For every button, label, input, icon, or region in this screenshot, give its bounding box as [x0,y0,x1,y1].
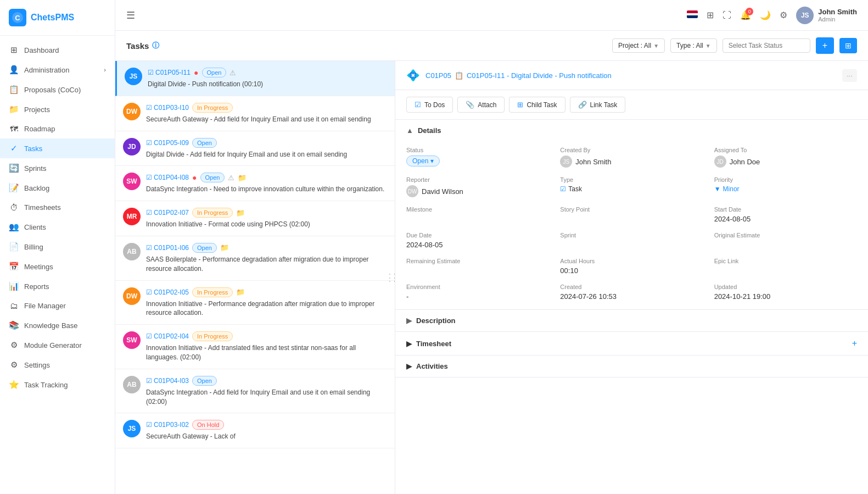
sidebar-item-clients[interactable]: 👥 Clients [0,217,115,237]
task-checkbox-icon: ☑ [146,104,152,112]
flag-icon[interactable] [687,10,698,20]
status-label: Status [406,147,549,153]
user-name: John Smith [818,8,857,16]
task-list-item[interactable]: SW ☑ C01P04-I08 ● Open ⚠📁 DataSync Integ… [115,166,395,201]
timesheet-section-header[interactable]: ▶ Timesheet + [395,332,868,355]
task-content: ☑ C01P04-I08 ● Open ⚠📁 DataSync Integrat… [146,173,387,194]
priority-name: Minor [723,185,740,193]
sidebar-item-knowledgebase[interactable]: 📚 Knowledge Base [0,315,115,335]
task-alert-dot: ● [194,68,198,77]
nav-icon-timesheets: ⏱ [9,203,19,212]
nav-icon-billing: 📄 [9,242,19,252]
type-filter[interactable]: Type : All ▼ [670,38,717,53]
status-badge[interactable]: Open ▾ [406,156,440,166]
logo-text: ChetsPMS [31,13,74,23]
task-header: ☑ C01P04-I08 ● Open ⚠📁 [146,173,387,182]
panel-resize-handle[interactable]: ⋮ [390,267,395,288]
task-list-item[interactable]: MR ☑ C01P02-I07 In Progress 📁 Innovation… [115,201,395,236]
created-value: 2024-07-26 10:53 [560,292,703,301]
task-id: ☑ C01P01-I06 [146,244,189,252]
nav-label-meetings: Meetings [24,263,53,271]
status-filter-input[interactable] [723,38,810,53]
info-icon[interactable]: ⓘ [152,41,159,51]
task-list-item[interactable]: AB ☑ C01P01-I06 Open 📁 SAAS Boilerplate … [115,236,395,281]
attach-button[interactable]: 📎 Attach [457,97,505,113]
sidebar-item-sprints[interactable]: 🔄 Sprints [0,158,115,178]
detail-panel: 💠 C01P05 📋 C01P05-I11 - Digital Divide -… [395,61,868,494]
task-list-item[interactable]: AB ☑ C01P04-I03 Open DataSync Integratio… [115,369,395,414]
task-status-badge: Open [200,173,225,182]
nav-label-dashboard: Dashboard [24,46,59,54]
assigned-to-name: John Doe [730,158,760,166]
timesheet-add-icon[interactable]: + [852,338,857,348]
activities-section-header[interactable]: ▶ Activities [395,356,868,377]
sidebar-item-tasktracking[interactable]: ⭐ Task Tracking [0,375,115,395]
notification-icon[interactable]: 🔔 0 [740,10,751,20]
task-content: ☑ C01P05-I11 ● Open ⚠ Digital Divide - P… [148,68,387,89]
sidebar-item-proposals[interactable]: 📋 Proposals (CoCo) [0,80,115,99]
created-label: Created [560,284,703,290]
details-section-header[interactable]: ▲ Details [395,120,868,141]
task-content: ☑ C01P01-I06 Open 📁 SAAS Boilerplate - P… [146,243,387,274]
task-list-item[interactable]: JS ☑ C01P03-I02 On Hold SecureAuth Gatew… [115,413,395,448]
sidebar-item-administration[interactable]: 👤 Administration › [0,60,115,80]
task-header: ☑ C01P04-I03 Open [146,376,387,386]
story-point-label: Story Point [560,206,703,213]
sidebar-item-roadmap[interactable]: 🗺 Roadmap [0,119,115,138]
sidebar-item-tasks[interactable]: ✓ Tasks [0,138,115,158]
sidebar-item-timesheets[interactable]: ⏱ Timesheets [0,198,115,217]
sidebar-item-modulegenerator[interactable]: ⚙ Module Generator [0,335,115,355]
task-list-item[interactable]: JD ☑ C01P05-I09 Open Digital Divide - Ad… [115,131,395,166]
sidebar-item-projects[interactable]: 📁 Projects [0,99,115,119]
details-section-content: Status Open ▾ Created By [395,141,868,309]
logo[interactable]: C ChetsPMS [0,0,115,36]
task-list-item[interactable]: SW ☑ C01P02-I04 In Progress Innovation I… [115,325,395,369]
project-filter-label: Project : All [618,42,651,49]
task-id: ☑ C01P02-I05 [146,288,189,296]
link-task-button[interactable]: 🔗 Link Task [570,97,626,113]
actual-hours-field: Actual Hours 00:10 [560,258,703,275]
nav-label-modulegenerator: Module Generator [24,341,82,349]
timesheet-label: ▶ Timesheet [406,340,451,348]
reporter-field: Reporter DW David Wilson [406,176,549,197]
apps-icon[interactable]: ⊞ [707,10,714,20]
details-toggle-icon: ▲ [406,126,413,135]
theme-icon[interactable]: 🌙 [760,10,771,20]
sidebar-item-billing[interactable]: 📄 Billing [0,237,115,257]
task-checkbox-icon: ☑ [146,421,152,429]
child-task-button[interactable]: ⊞ Child Task [509,97,565,113]
remaining-estimate-label: Remaining Estimate [406,258,549,264]
todos-button[interactable]: ☑ To Dos [406,97,453,113]
user-info[interactable]: JS John Smith Admin [796,7,857,24]
project-filter[interactable]: Project : All ▼ [612,38,665,53]
settings-icon[interactable]: ⚙ [780,10,787,20]
grid-view-button[interactable]: ⊞ [839,38,857,53]
assigned-to-avatar: JD [714,156,726,168]
sidebar-item-dashboard[interactable]: ⊞ Dashboard [0,40,115,60]
breadcrumb-project[interactable]: C01P05 [425,71,451,80]
nav-icon-filemanager: 🗂 [9,301,19,310]
sidebar-item-filemanager[interactable]: 🗂 File Manager [0,296,115,315]
actual-hours-label: Actual Hours [560,258,703,264]
nav-icon-dashboard: ⊞ [9,45,19,55]
task-list-item[interactable]: DW ☑ C01P03-I10 In Progress SecureAuth G… [115,96,395,131]
detail-more-button[interactable]: ··· [842,69,857,82]
epic-link-field: Epic Link [714,258,857,275]
sidebar-item-reports[interactable]: 📊 Reports [0,276,115,296]
task-list-item[interactable]: DW ☑ C01P02-I05 In Progress 📁 Innovation… [115,281,395,325]
tasks-header-bar: Tasks ⓘ Project : All ▼ Type : All ▼ + ⊞ [115,31,868,61]
sidebar-item-settings[interactable]: ⚙ Settings [0,355,115,375]
reporter-label: Reporter [406,176,549,183]
add-task-button[interactable]: + [816,37,834,54]
fullscreen-icon[interactable]: ⛶ [723,10,731,20]
nav-icon-tasktracking: ⭐ [9,380,19,390]
task-list-item[interactable]: JS ☑ C01P05-I11 ● Open ⚠ Digital Divide … [115,61,395,96]
task-status-badge: In Progress [192,331,233,341]
sidebar-item-backlog[interactable]: 📝 Backlog [0,178,115,198]
description-section-header[interactable]: ▶ Description [395,310,868,331]
task-description: SAAS Boilerplate - Performance degradati… [146,255,387,274]
priority-field: Priority ▼ Minor [714,176,857,197]
sidebar-item-meetings[interactable]: 📅 Meetings [0,257,115,276]
hamburger-icon[interactable]: ☰ [126,9,135,21]
sprint-label: Sprint [560,232,703,238]
